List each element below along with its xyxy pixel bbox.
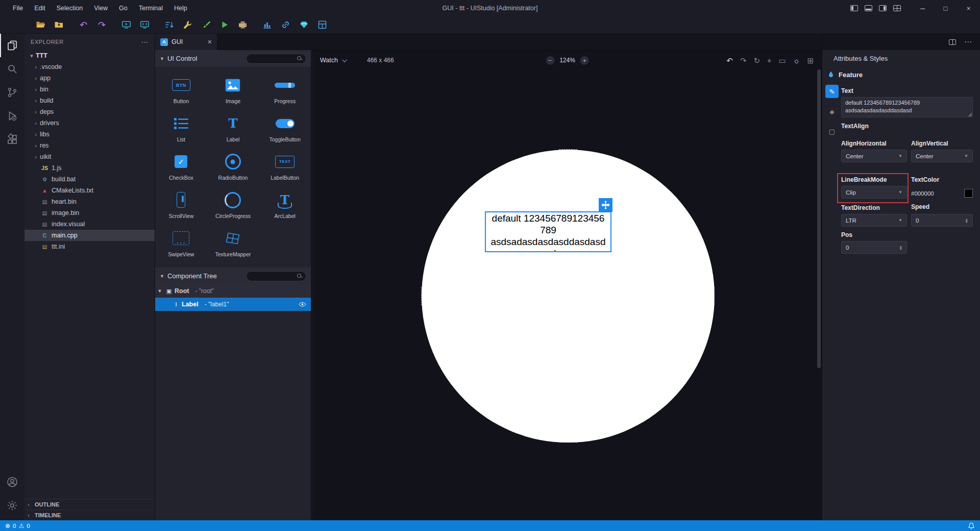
textdirection-select[interactable]: LTR ▼ bbox=[841, 214, 907, 227]
search-icon[interactable] bbox=[0, 57, 24, 81]
grid-icon[interactable]: ⊞ bbox=[807, 57, 814, 64]
account-icon[interactable] bbox=[0, 470, 24, 494]
timeline-section[interactable]: › TIMELINE bbox=[24, 510, 155, 520]
folder-build[interactable]: ›build bbox=[24, 95, 155, 106]
palette-item-image[interactable]: Image bbox=[207, 71, 259, 109]
folder-libs[interactable]: ›libs bbox=[24, 129, 155, 140]
component-tree-search-input[interactable] bbox=[246, 271, 306, 281]
redo-icon[interactable]: ↷ bbox=[740, 57, 747, 64]
open-folder-icon[interactable] bbox=[34, 18, 47, 32]
collapse-section-icon[interactable]: ▼ bbox=[160, 56, 164, 61]
wrench-icon[interactable] bbox=[181, 18, 194, 32]
layout-grid-icon[interactable] bbox=[315, 18, 329, 32]
settings-gear-icon[interactable] bbox=[0, 494, 24, 517]
minimize-button[interactable]: ─ bbox=[911, 0, 934, 16]
eye-icon[interactable] bbox=[299, 302, 306, 307]
undo-icon[interactable]: ↶ bbox=[726, 57, 733, 64]
redo-icon[interactable]: ↷ bbox=[95, 18, 109, 32]
theme-icon[interactable]: ☼ bbox=[793, 57, 800, 64]
file-CMakeLists.txt[interactable]: ▲CMakeLists.txt bbox=[24, 185, 155, 196]
pos-input[interactable]: 0 ▲▼ bbox=[841, 241, 907, 254]
more-actions-icon[interactable]: ⋯ bbox=[141, 38, 149, 46]
file-index.visual[interactable]: ▤index.visual bbox=[24, 219, 155, 230]
folder-deps[interactable]: ›deps bbox=[24, 106, 155, 117]
file-ttt.ini[interactable]: ▤ttt.ini bbox=[24, 241, 155, 252]
toggle-panel-icon[interactable] bbox=[865, 5, 872, 11]
folder-ttt-root[interactable]: ▾ TTT bbox=[24, 50, 155, 61]
zoom-in-button[interactable]: + bbox=[580, 56, 589, 65]
move-handle[interactable] bbox=[599, 198, 612, 212]
linebreak-select[interactable]: Clip ▼ bbox=[841, 186, 907, 199]
design-canvas[interactable]: Watch 466 x 466 − 124% + ↶↷↻⌖▭☼⊞ default… bbox=[313, 50, 822, 520]
collapse-section-icon[interactable]: ▼ bbox=[160, 274, 164, 279]
maximize-button[interactable]: □ bbox=[934, 0, 957, 16]
folder-drivers[interactable]: ›drivers bbox=[24, 117, 155, 129]
palette-item-button[interactable]: BTNButton bbox=[155, 71, 207, 109]
file-image.bin[interactable]: ▤image.bin bbox=[24, 207, 155, 219]
run-icon[interactable] bbox=[217, 18, 231, 32]
sort-icon[interactable] bbox=[162, 18, 176, 32]
gem-icon[interactable] bbox=[297, 18, 311, 32]
split-editor-icon[interactable] bbox=[949, 39, 956, 45]
refresh-icon[interactable]: ↻ bbox=[753, 57, 760, 64]
align-horizontal-select[interactable]: Center ▼ bbox=[841, 150, 907, 162]
folder-app[interactable]: ›app bbox=[24, 73, 155, 84]
source-control-icon[interactable] bbox=[0, 81, 24, 104]
file-heart.bin[interactable]: ▤heart.bin bbox=[24, 196, 155, 207]
menu-selection[interactable]: Selection bbox=[51, 0, 88, 16]
palette-item-texturemapper[interactable]: TextureMapper bbox=[207, 224, 259, 262]
palette-item-scrollview[interactable]: ScrollView bbox=[155, 186, 207, 224]
file-build.bat[interactable]: ⚙build.bat bbox=[24, 174, 155, 185]
extensions-icon[interactable] bbox=[0, 128, 24, 151]
frame-icon[interactable]: ▭ bbox=[778, 57, 786, 64]
file-main.cpp[interactable]: Cmain.cpp bbox=[24, 230, 155, 241]
toggle-secondary-sidebar-icon[interactable] bbox=[879, 5, 887, 11]
resize-grip-icon[interactable] bbox=[968, 112, 972, 116]
palette-item-circleprogress[interactable]: CircleProgress bbox=[207, 186, 259, 224]
folder-uikit[interactable]: ›uikit bbox=[24, 151, 155, 162]
file-1.js[interactable]: JS1.js bbox=[24, 162, 155, 174]
canvas-scrollbar[interactable] bbox=[817, 69, 821, 368]
menu-terminal[interactable]: Terminal bbox=[133, 0, 168, 16]
ui-control-search-input[interactable] bbox=[246, 54, 306, 64]
build-machine-icon[interactable] bbox=[236, 18, 250, 32]
folder-bin[interactable]: ›bin bbox=[24, 84, 155, 95]
color-swatch[interactable] bbox=[964, 189, 973, 198]
toggle-sidebar-icon[interactable] bbox=[850, 5, 858, 11]
textcolor-field[interactable]: #000000 bbox=[911, 187, 973, 200]
chart-icon[interactable] bbox=[260, 18, 274, 32]
palette-item-label[interactable]: TLabel bbox=[207, 109, 259, 148]
outline-section[interactable]: › OUTLINE bbox=[24, 499, 155, 510]
palette-item-list[interactable]: List bbox=[155, 109, 207, 148]
watch-face-circle[interactable] bbox=[422, 150, 715, 443]
speed-input[interactable]: 0 ▲▼ bbox=[911, 214, 973, 227]
align-vertical-select[interactable]: Center ▼ bbox=[911, 150, 973, 162]
link-icon[interactable] bbox=[279, 18, 292, 32]
close-button[interactable]: × bbox=[957, 0, 980, 16]
palette-item-radiobutton[interactable]: RadioButton bbox=[207, 148, 259, 186]
customize-layout-icon[interactable] bbox=[893, 5, 901, 11]
palette-item-swipeview[interactable]: SwipeView bbox=[155, 224, 207, 262]
undo-icon[interactable]: ↶ bbox=[77, 18, 90, 32]
palette-item-arclabel[interactable]: TArcLabel bbox=[259, 186, 311, 224]
notifications-bell-icon[interactable] bbox=[968, 522, 975, 529]
palette-item-progress[interactable]: Progress bbox=[259, 71, 311, 109]
menu-file[interactable]: File bbox=[7, 0, 29, 16]
run-debug-icon[interactable] bbox=[0, 104, 24, 128]
brush-icon[interactable] bbox=[199, 18, 213, 32]
menu-view[interactable]: View bbox=[88, 0, 113, 16]
stepper-arrows-icon[interactable]: ▲▼ bbox=[899, 245, 902, 250]
explorer-icon[interactable] bbox=[0, 34, 24, 57]
tab-gui[interactable]: A GUI × bbox=[155, 34, 217, 50]
code-monitor-icon[interactable] bbox=[138, 18, 152, 32]
error-count[interactable]: 0 bbox=[13, 523, 16, 529]
more-actions-icon[interactable]: ⋯ bbox=[964, 37, 972, 46]
folder-.vscode[interactable]: ›.vscode bbox=[24, 61, 155, 73]
preview-monitor-icon[interactable] bbox=[119, 18, 133, 32]
palette-item-checkbox[interactable]: CheckBox bbox=[155, 148, 207, 186]
import-folder-icon[interactable] bbox=[52, 18, 66, 32]
menu-edit[interactable]: Edit bbox=[29, 0, 51, 16]
palette-item-labelbutton[interactable]: TEXTLabelButton bbox=[259, 148, 311, 186]
selected-label-element[interactable]: default 123456789123456789asdsadasdasdas… bbox=[485, 211, 611, 252]
text-input[interactable]: default 123456789123456789 asdsadasdasda… bbox=[841, 97, 973, 117]
